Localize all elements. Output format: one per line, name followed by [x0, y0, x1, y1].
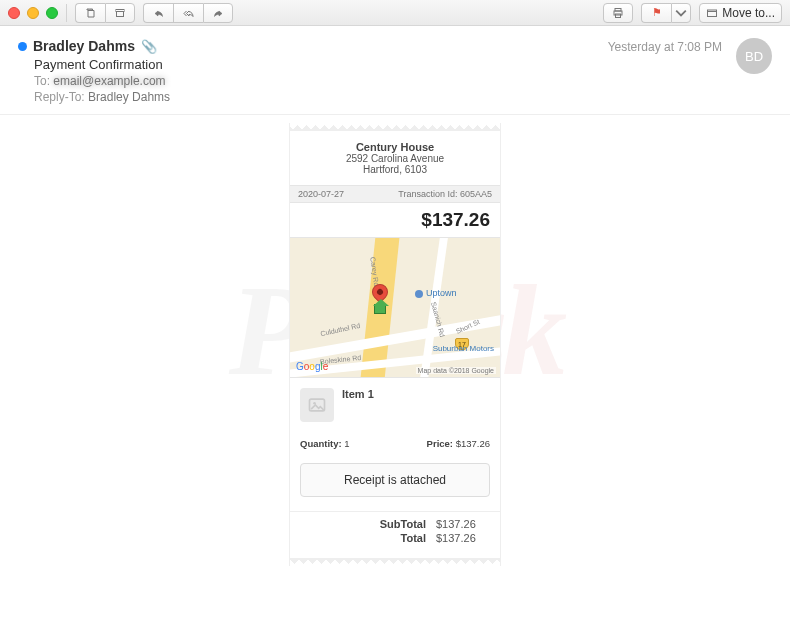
- reply-icon: [153, 7, 165, 19]
- merchant-name: Century House: [298, 141, 492, 153]
- delete-button[interactable]: [75, 3, 105, 23]
- print-icon: [612, 7, 624, 19]
- zoom-window-button[interactable]: [46, 7, 58, 19]
- svg-rect-5: [708, 10, 717, 17]
- forward-icon: [212, 7, 224, 19]
- quantity-value: 1: [344, 438, 349, 449]
- replyto-value: Bradley Dahms: [88, 90, 170, 104]
- map-copyright: Map data ©2018 Google: [416, 367, 496, 374]
- print-button[interactable]: [603, 3, 633, 23]
- attachment-icon: 📎: [141, 39, 157, 54]
- to-value: email@example.com: [53, 74, 165, 88]
- folder-move-icon: [706, 7, 718, 19]
- minimize-window-button[interactable]: [27, 7, 39, 19]
- map-home-icon: [374, 304, 386, 314]
- receipt-map: Carey Rd Uptown Culduthel Rd Saanich Rd …: [290, 238, 500, 378]
- svg-rect-1: [117, 11, 124, 16]
- subtotal-value: $137.26: [436, 518, 490, 530]
- archive-icon: [114, 7, 126, 19]
- chevron-down-icon: [675, 7, 687, 19]
- txn-id: 605AA5: [460, 189, 492, 199]
- replyto-label: Reply-To:: [34, 90, 85, 104]
- subject-line: Payment Confirmation: [34, 57, 772, 72]
- close-window-button[interactable]: [8, 7, 20, 19]
- total-label: Total: [401, 532, 426, 544]
- sender-name: Bradley Dahms: [33, 38, 135, 54]
- trash-icon: [85, 7, 97, 19]
- reply-button[interactable]: [143, 3, 173, 23]
- google-logo: Google: [296, 361, 328, 372]
- total-value: $137.26: [436, 532, 490, 544]
- received-time: Yesterday at 7:08 PM: [608, 40, 722, 54]
- reply-all-icon: [183, 7, 195, 19]
- receipt: Century House 2592 Carolina Avenue Hartf…: [289, 123, 501, 566]
- message-body: Century House 2592 Carolina Avenue Hartf…: [0, 115, 790, 566]
- subtotal-label: SubTotal: [380, 518, 426, 530]
- item-thumbnail: [300, 388, 334, 422]
- window-titlebar: ⚑ Move to...: [0, 0, 790, 26]
- price-label: Price:: [427, 438, 453, 449]
- receipt-edge-bottom: [290, 558, 500, 566]
- separator: [66, 4, 67, 22]
- quantity-label: Quantity:: [300, 438, 342, 449]
- receipt-date: 2020-07-27: [298, 189, 344, 199]
- sender-avatar: BD: [736, 38, 772, 74]
- merchant-address-2: Hartford, 6103: [298, 164, 492, 175]
- move-to-button[interactable]: Move to...: [699, 3, 782, 23]
- map-poi-suburban: Suburban Motors: [433, 344, 494, 353]
- item-name: Item 1: [342, 388, 374, 400]
- txn-label: Transaction Id:: [398, 189, 457, 199]
- archive-button[interactable]: [105, 3, 135, 23]
- price-value: $137.26: [456, 438, 490, 449]
- receipt-edge-top: [290, 123, 500, 131]
- move-to-label: Move to...: [722, 6, 775, 20]
- flag-button[interactable]: ⚑: [641, 3, 671, 23]
- flag-menu-button[interactable]: [671, 3, 691, 23]
- map-street: Culduthel Rd: [320, 322, 361, 337]
- map-poi-uptown: Uptown: [415, 288, 457, 298]
- to-label: To:: [34, 74, 50, 88]
- unread-indicator: [18, 42, 27, 51]
- window-controls: [8, 7, 58, 19]
- forward-button[interactable]: [203, 3, 233, 23]
- message-header: Bradley Dahms 📎 Payment Confirmation To:…: [0, 26, 790, 115]
- reply-all-button[interactable]: [173, 3, 203, 23]
- merchant-address-1: 2592 Carolina Avenue: [298, 153, 492, 164]
- receipt-attachment-button[interactable]: Receipt is attached: [300, 463, 490, 497]
- receipt-total: $137.26: [290, 203, 500, 238]
- picture-icon: [307, 395, 327, 415]
